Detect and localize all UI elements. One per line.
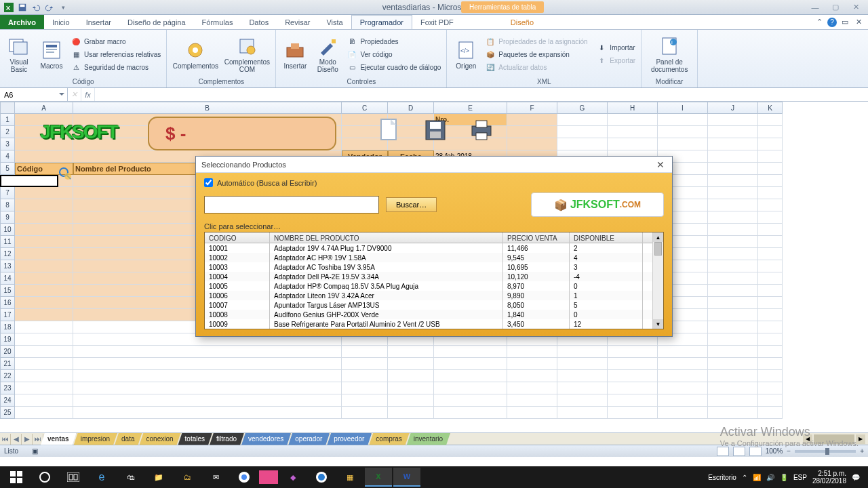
cell[interactable]	[15, 150, 73, 163]
cell[interactable]	[708, 138, 758, 150]
cell[interactable]	[73, 407, 342, 419]
print-doc-icon[interactable]	[468, 117, 495, 144]
col-header[interactable]: J	[708, 102, 758, 114]
cell[interactable]	[758, 382, 783, 394]
tray-battery-icon[interactable]: 🔋	[780, 474, 788, 481]
cell[interactable]	[708, 163, 758, 175]
ver-codigo-button[interactable]: 📄Ver código	[345, 48, 442, 60]
product-row[interactable]: 10010Base Refrigerante Targus PA248U-02 …	[205, 329, 663, 329]
panel-documentos-button[interactable]: i Panel de documentos	[646, 35, 693, 73]
auto-search-checkbox[interactable]	[204, 178, 213, 187]
cell[interactable]	[434, 370, 507, 382]
grid-col-header[interactable]: DISPONIBLE	[570, 232, 643, 243]
column-headers[interactable]: ABCDEFGHIJK	[15, 102, 783, 114]
task-view-icon[interactable]	[60, 468, 87, 487]
grid-col-header[interactable]: NOMBRE DEL PRODUCTO	[270, 232, 503, 243]
cell[interactable]	[758, 260, 783, 272]
qat-customize-icon[interactable]: ▾	[57, 1, 69, 14]
cell[interactable]	[708, 224, 758, 236]
cell[interactable]	[708, 309, 758, 321]
cell[interactable]	[708, 358, 758, 370]
cell[interactable]	[434, 394, 507, 407]
row-header[interactable]: 9	[0, 211, 15, 224]
col-header[interactable]: K	[758, 102, 783, 114]
tray-chevron-icon[interactable]: ⌃	[742, 474, 747, 481]
taskbar-word-icon[interactable]: W	[393, 468, 420, 487]
cell[interactable]	[758, 394, 783, 407]
modo-diseno-button[interactable]: Modo Diseño	[313, 35, 342, 73]
col-header[interactable]: B	[73, 102, 342, 114]
row-header[interactable]: 6	[0, 175, 15, 187]
sheet-tab[interactable]: vendedores	[241, 433, 291, 445]
cell[interactable]	[758, 236, 783, 248]
cell[interactable]	[658, 346, 708, 358]
taskbar-mail-icon[interactable]: ✉	[202, 468, 229, 487]
col-header[interactable]: I	[658, 102, 708, 114]
paquetes-expansion-button[interactable]: 📦Paquetes de expansión	[484, 48, 592, 60]
cell[interactable]	[708, 321, 758, 333]
complementos-com-button[interactable]: Complementos COM	[222, 35, 271, 73]
zoom-out-icon[interactable]: −	[787, 447, 791, 455]
tray-network-icon[interactable]: 📶	[753, 474, 761, 481]
tab-vista[interactable]: Vista	[318, 15, 351, 29]
taskbar-edge-icon[interactable]: e	[88, 468, 115, 487]
sheet-tab[interactable]: conexion	[140, 433, 181, 445]
cell[interactable]	[388, 382, 434, 394]
start-button[interactable]	[3, 468, 30, 487]
doc-close-icon[interactable]: ✕	[853, 17, 864, 28]
product-grid[interactable]: CODIGONOMBRE DEL PRODUCTOPRECIO VENTADIS…	[204, 232, 664, 329]
cell[interactable]	[73, 358, 342, 370]
cell[interactable]	[708, 175, 758, 187]
cell[interactable]	[342, 370, 388, 382]
row-header[interactable]: 15	[0, 285, 15, 297]
cell[interactable]	[434, 358, 507, 370]
cell[interactable]	[758, 407, 783, 419]
cell[interactable]	[557, 358, 608, 370]
cell[interactable]	[708, 346, 758, 358]
grid-scrollbar[interactable]: ▲ ▼	[652, 232, 663, 329]
scroll-thumb[interactable]	[654, 242, 662, 256]
tab-inicio[interactable]: Inicio	[44, 15, 78, 29]
cell[interactable]	[507, 126, 557, 138]
row-headers[interactable]: 1234567891011121314151617181920212223242…	[0, 114, 15, 419]
cell[interactable]	[507, 394, 557, 407]
cell[interactable]	[758, 187, 783, 199]
cell[interactable]	[758, 321, 783, 333]
search-code-icon[interactable]	[58, 167, 72, 180]
taskbar-explorer-icon[interactable]: 📁	[145, 468, 172, 487]
tab-nav-next-icon[interactable]: ▶	[22, 434, 33, 445]
cell[interactable]	[557, 126, 608, 138]
product-search-input[interactable]	[204, 196, 379, 214]
cell[interactable]	[758, 309, 783, 321]
importar-xml-button[interactable]: ⬇Importar	[595, 42, 637, 54]
row-header[interactable]: 22	[0, 370, 15, 382]
cell[interactable]	[342, 407, 388, 419]
cell[interactable]	[15, 224, 73, 236]
tab-diseno-pagina[interactable]: Diseño de página	[119, 15, 194, 29]
cell[interactable]	[658, 126, 708, 138]
cell[interactable]	[434, 407, 507, 419]
cell[interactable]	[388, 370, 434, 382]
cancel-formula-icon[interactable]: ✕	[68, 88, 81, 101]
cell[interactable]	[15, 382, 73, 394]
cell[interactable]	[15, 346, 73, 358]
cell[interactable]	[708, 150, 758, 163]
cell[interactable]	[15, 272, 73, 285]
grid-col-header[interactable]: CODIGO	[205, 232, 270, 243]
cell[interactable]	[658, 358, 708, 370]
grabar-macro-button[interactable]: 🔴Grabar macro	[69, 35, 162, 47]
cell[interactable]	[608, 358, 658, 370]
product-row[interactable]: 10004Adaptador Dell PA-2E 19.5V 3.34A10,…	[205, 272, 663, 281]
cell[interactable]	[758, 224, 783, 236]
taskbar-teamviewer-icon[interactable]	[308, 468, 335, 487]
cell[interactable]	[557, 394, 608, 407]
select-all-corner[interactable]	[0, 102, 15, 114]
taskbar-folder-icon[interactable]: 🗂	[174, 468, 201, 487]
cell[interactable]	[608, 346, 658, 358]
cell[interactable]	[73, 394, 342, 407]
excel-icon[interactable]: X	[3, 1, 15, 14]
macro-record-indicator-icon[interactable]: ▣	[32, 447, 38, 455]
tab-nav-first-icon[interactable]: ⏮	[0, 434, 11, 445]
cell[interactable]	[434, 382, 507, 394]
cell[interactable]	[388, 407, 434, 419]
